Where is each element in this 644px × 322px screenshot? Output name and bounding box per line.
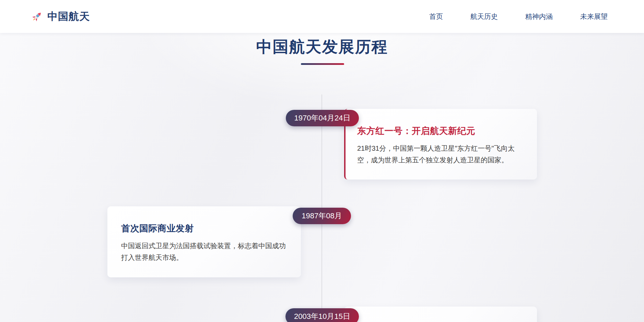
timeline-event-card: 东方红一号：开启航天新纪元 21时31分，中国第一颗人造卫星"东方红一号"飞向太… xyxy=(344,109,537,180)
event-title: 首次国际商业发射 xyxy=(121,222,286,234)
timeline-date-badge: 1970年04月24日 xyxy=(286,110,359,126)
nav-item-future[interactable]: 未来展望 xyxy=(580,12,608,21)
header: 中国航天 首页 航天历史 精神内涵 未来展望 xyxy=(0,0,644,33)
nav-item-spirit[interactable]: 精神内涵 xyxy=(525,12,553,21)
title-underline xyxy=(301,63,344,65)
timeline-event-card xyxy=(344,307,537,322)
brand-logo[interactable]: 中国航天 xyxy=(31,10,90,24)
brand-name: 中国航天 xyxy=(47,10,90,24)
nav-item-home[interactable]: 首页 xyxy=(429,12,443,21)
main-nav: 首页 航天历史 精神内涵 未来展望 xyxy=(429,12,608,21)
nav-item-history[interactable]: 航天历史 xyxy=(470,12,498,21)
event-title: 东方红一号：开启航天新纪元 xyxy=(357,125,523,137)
page-title: 中国航天发展历程 xyxy=(0,36,644,58)
event-description: 21时31分，中国第一颗人造卫星"东方红一号"飞向太空，成为世界上第五个独立发射… xyxy=(357,142,523,166)
timeline-event-card: 首次国际商业发射 中国返回式卫星为法国搭载试验装置，标志着中国成功打入世界航天市… xyxy=(107,206,301,277)
timeline-date-badge: 2003年10月15日 xyxy=(285,308,359,322)
event-description: 中国返回式卫星为法国搭载试验装置，标志着中国成功打入世界航天市场。 xyxy=(121,240,286,263)
rocket-icon xyxy=(31,10,43,23)
timeline-date-badge: 1987年08月 xyxy=(293,208,351,224)
